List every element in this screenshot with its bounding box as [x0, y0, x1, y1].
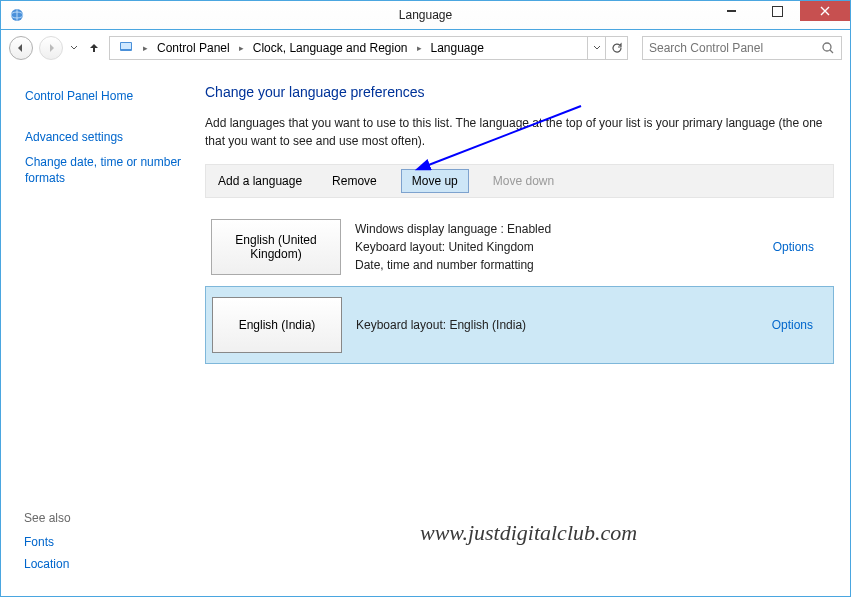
- svg-rect-3: [121, 43, 131, 49]
- language-list: English (United Kingdom) Windows display…: [205, 208, 834, 364]
- refresh-button[interactable]: [605, 37, 627, 59]
- region-globe-icon: [9, 7, 25, 23]
- language-tile[interactable]: English (United Kingdom): [211, 219, 341, 275]
- content-area: Control Panel Home Advanced settings Cha…: [0, 66, 851, 597]
- language-toolbar: Add a language Remove Move up Move down: [205, 164, 834, 198]
- close-button[interactable]: [800, 1, 850, 21]
- breadcrumb-item[interactable]: Control Panel: [154, 41, 233, 55]
- detail-line: Date, time and number formatting: [355, 256, 773, 274]
- see-also-header: See also: [24, 511, 71, 525]
- move-up-button[interactable]: Move up: [401, 169, 469, 193]
- up-button[interactable]: [85, 41, 103, 55]
- chevron-right-icon[interactable]: ▸: [235, 43, 248, 53]
- breadcrumb-item[interactable]: Language: [428, 41, 487, 55]
- language-row[interactable]: English (United Kingdom) Windows display…: [205, 208, 834, 286]
- language-row-selected[interactable]: English (India) Keyboard layout: English…: [205, 286, 834, 364]
- watermark-text: www.justdigitalclub.com: [420, 520, 637, 546]
- language-details: Keyboard layout: English (India): [356, 316, 772, 334]
- move-down-button[interactable]: Move down: [487, 170, 560, 192]
- add-language-button[interactable]: Add a language: [212, 170, 308, 192]
- navigation-bar: ▸ Control Panel ▸ Clock, Language and Re…: [0, 30, 851, 66]
- control-panel-icon[interactable]: [115, 39, 137, 58]
- detail-line: Windows display language : Enabled: [355, 220, 773, 238]
- main-panel: Change your language preferences Add lan…: [201, 66, 850, 596]
- history-dropdown-icon[interactable]: [69, 44, 79, 52]
- location-link[interactable]: Location: [24, 557, 71, 571]
- language-details: Windows display language : Enabled Keybo…: [355, 220, 773, 274]
- search-box[interactable]: [642, 36, 842, 60]
- chevron-right-icon[interactable]: ▸: [139, 43, 152, 53]
- remove-language-button[interactable]: Remove: [326, 170, 383, 192]
- language-options-link[interactable]: Options: [772, 318, 833, 332]
- svg-point-4: [823, 43, 831, 51]
- page-intro: Add languages that you want to use to th…: [205, 114, 834, 150]
- see-also-section: See also Fonts Location: [24, 511, 71, 579]
- window-controls: [708, 1, 850, 21]
- language-options-link[interactable]: Options: [773, 240, 834, 254]
- address-bar[interactable]: ▸ Control Panel ▸ Clock, Language and Re…: [109, 36, 628, 60]
- chevron-right-icon[interactable]: ▸: [413, 43, 426, 53]
- detail-line: Keyboard layout: English (India): [356, 316, 772, 334]
- breadcrumbs: ▸ Control Panel ▸ Clock, Language and Re…: [110, 36, 587, 60]
- fonts-link[interactable]: Fonts: [24, 535, 71, 549]
- back-button[interactable]: [9, 36, 33, 60]
- search-input[interactable]: [643, 41, 841, 55]
- titlebar: Language: [0, 0, 851, 30]
- change-formats-link[interactable]: Change date, time or number formats: [25, 154, 189, 188]
- detail-line: Keyboard layout: United Kingdom: [355, 238, 773, 256]
- language-tile[interactable]: English (India): [212, 297, 342, 353]
- search-icon[interactable]: [821, 41, 835, 58]
- maximize-button[interactable]: [754, 1, 800, 21]
- advanced-settings-link[interactable]: Advanced settings: [25, 129, 189, 146]
- breadcrumb-item[interactable]: Clock, Language and Region: [250, 41, 411, 55]
- minimize-button[interactable]: [708, 1, 754, 21]
- window-title: Language: [399, 8, 452, 22]
- page-heading: Change your language preferences: [205, 84, 834, 100]
- address-dropdown-icon[interactable]: [587, 37, 605, 59]
- control-panel-home-link[interactable]: Control Panel Home: [25, 88, 189, 105]
- forward-button[interactable]: [39, 36, 63, 60]
